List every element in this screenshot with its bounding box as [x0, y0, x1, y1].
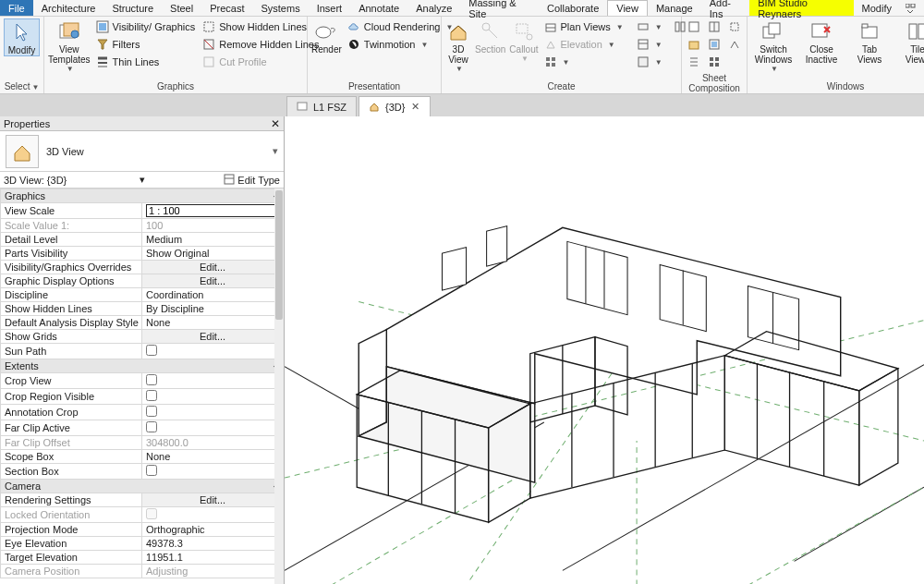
- property-value[interactable]: None: [142, 316, 284, 330]
- property-input[interactable]: [146, 204, 279, 217]
- create-more-button[interactable]: ▼: [542, 54, 626, 70]
- doc-tab-l1-fsz[interactable]: L1 FSZ: [286, 96, 357, 116]
- show-hidden-lines-button[interactable]: Show Hidden Lines: [201, 18, 321, 35]
- doc-tab-3d[interactable]: {3D} ✕: [359, 96, 430, 116]
- ribbon-group-presentation: Render Cloud Rendering▼ Twinmotion▼ Pres…: [308, 17, 442, 93]
- close-tab-icon[interactable]: ✕: [411, 101, 420, 113]
- property-category[interactable]: Graphics⌄: [1, 189, 284, 203]
- svg-rect-51: [862, 27, 877, 38]
- property-category[interactable]: Camera⌄: [1, 480, 284, 493]
- property-value[interactable]: Edit...: [142, 261, 284, 274]
- property-value[interactable]: None: [142, 450, 284, 464]
- view-templates-button[interactable]: View Templates ▼: [48, 18, 91, 73]
- property-value[interactable]: Edit...: [142, 493, 284, 507]
- property-checkbox[interactable]: [146, 345, 157, 356]
- properties-header: Properties ✕: [0, 116, 284, 131]
- property-value[interactable]: Coordination: [142, 288, 284, 302]
- menu-steel[interactable]: Steel: [162, 0, 201, 16]
- modify-button[interactable]: Modify: [4, 18, 40, 56]
- property-value[interactable]: Edit...: [142, 274, 284, 288]
- property-value[interactable]: [142, 203, 284, 219]
- scrollbar[interactable]: [274, 189, 284, 584]
- property-value[interactable]: Orthographic: [142, 523, 284, 537]
- property-label: Sun Path: [1, 344, 142, 359]
- scrollbar-thumb[interactable]: [275, 190, 283, 320]
- sheet-btn-3[interactable]: [686, 54, 702, 70]
- tab-views-button[interactable]: Tab Views: [847, 18, 892, 65]
- menu-precast[interactable]: Precast: [201, 0, 252, 16]
- menu-modify[interactable]: Modify: [854, 0, 900, 16]
- property-checkbox[interactable]: [146, 465, 157, 476]
- property-value[interactable]: By Discipline: [142, 302, 284, 316]
- 3d-viewport[interactable]: [285, 116, 924, 584]
- create-misc-1[interactable]: ▼: [635, 18, 664, 35]
- section-icon: [478, 20, 504, 43]
- type-selector[interactable]: 3D View ▾: [0, 131, 284, 172]
- sheet-btn-4[interactable]: [706, 18, 723, 35]
- menu-architecture[interactable]: Architecture: [33, 0, 104, 16]
- menu-addins[interactable]: Add-Ins: [701, 0, 749, 16]
- property-label: Parts Visibility: [1, 247, 142, 261]
- property-value: 304800.0: [142, 436, 284, 450]
- ribbon-overflow-icon[interactable]: [900, 0, 924, 16]
- remove-hidden-lines-button[interactable]: Remove Hidden Lines: [201, 36, 321, 53]
- twinmotion-icon: [347, 38, 360, 51]
- menu-manage[interactable]: Manage: [648, 0, 701, 16]
- property-value[interactable]: 49378.3: [142, 537, 284, 551]
- property-value[interactable]: [142, 464, 284, 480]
- menu-structure[interactable]: Structure: [103, 0, 162, 16]
- menu-systems[interactable]: Systems: [252, 0, 308, 16]
- close-inactive-button[interactable]: Close Inactive: [799, 18, 844, 65]
- sheet-btn-1[interactable]: [686, 18, 702, 35]
- property-value[interactable]: [142, 405, 284, 420]
- visibility-graphics-button[interactable]: Visibility/ Graphics: [94, 18, 198, 35]
- close-inactive-icon: [808, 20, 834, 43]
- chevron-down-icon[interactable]: ▾: [140, 174, 145, 186]
- property-checkbox[interactable]: [146, 390, 157, 401]
- switch-windows-button[interactable]: Switch Windows ▼: [751, 18, 796, 73]
- edit-type-button[interactable]: Edit Type: [224, 174, 280, 187]
- close-panel-icon[interactable]: ✕: [271, 117, 280, 130]
- property-checkbox[interactable]: [146, 406, 157, 417]
- property-checkbox[interactable]: [146, 421, 157, 432]
- render-button[interactable]: Render: [311, 18, 342, 55]
- menu-view[interactable]: View: [607, 0, 648, 16]
- tile-views-button[interactable]: Tile Views: [895, 18, 924, 65]
- ribbon-group-label: Windows: [748, 80, 924, 93]
- menu-bim-studio-reynaers[interactable]: BIM Studio Reynaers: [749, 0, 853, 16]
- menu-annotate[interactable]: Annotate: [350, 0, 407, 16]
- property-value[interactable]: [142, 420, 284, 436]
- render-icon: [313, 20, 339, 43]
- sheet-btn-6[interactable]: [706, 54, 723, 70]
- property-value[interactable]: Edit...: [142, 330, 284, 344]
- sheet-btn-8[interactable]: [726, 36, 743, 53]
- svg-rect-54: [918, 24, 924, 39]
- property-value[interactable]: Show Original: [142, 247, 284, 261]
- thin-lines-button[interactable]: Thin Lines: [94, 54, 198, 70]
- 3d-view-button[interactable]: 3D View ▼: [445, 18, 471, 73]
- property-value[interactable]: 11951.1: [142, 551, 284, 565]
- property-value[interactable]: [142, 389, 284, 405]
- cloud-rendering-button[interactable]: Cloud Rendering▼: [346, 18, 455, 35]
- menu-insert[interactable]: Insert: [309, 0, 351, 16]
- property-value[interactable]: Medium: [142, 233, 284, 247]
- plan-views-button[interactable]: Plan Views▼: [542, 18, 626, 35]
- sheet-btn-5[interactable]: [706, 36, 723, 53]
- property-label: Discipline: [1, 288, 142, 302]
- create-misc-2[interactable]: ▼: [635, 36, 664, 53]
- menu-file[interactable]: File: [0, 0, 33, 16]
- menu-massing-site[interactable]: Massing & Site: [460, 0, 539, 16]
- sheet-btn-7[interactable]: [726, 18, 743, 35]
- property-label: Projection Mode: [1, 523, 142, 537]
- menu-collaborate[interactable]: Collaborate: [539, 0, 607, 16]
- twinmotion-button[interactable]: Twinmotion▼: [346, 36, 455, 53]
- menu-analyze[interactable]: Analyze: [407, 0, 460, 16]
- property-value: Adjusting: [142, 565, 284, 578]
- filters-button[interactable]: Filters: [94, 36, 198, 53]
- sheet-btn-2[interactable]: [686, 36, 702, 53]
- create-misc-3[interactable]: ▼: [635, 54, 664, 70]
- property-checkbox[interactable]: [146, 374, 157, 385]
- property-value[interactable]: [142, 373, 284, 389]
- property-category[interactable]: Extents⌄: [1, 359, 284, 373]
- property-value[interactable]: [142, 344, 284, 359]
